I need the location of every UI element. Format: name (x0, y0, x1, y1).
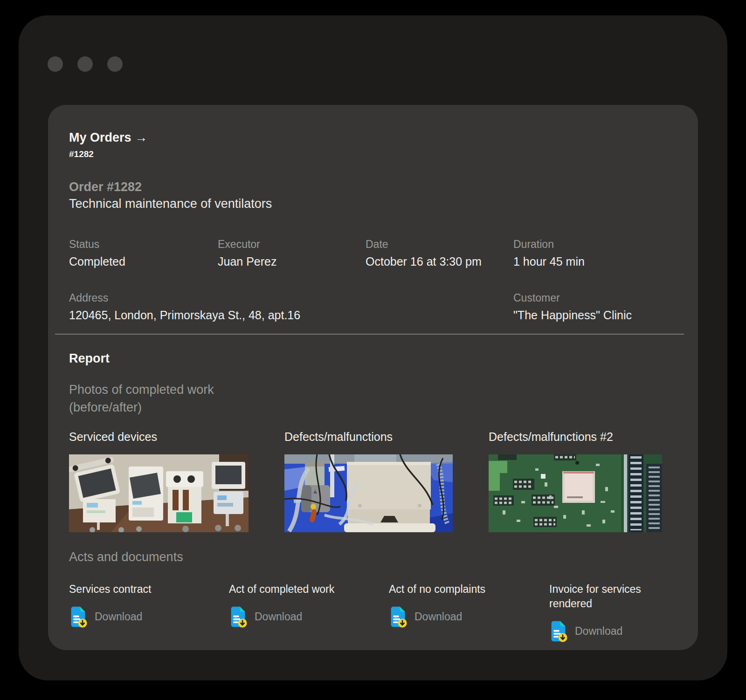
download-label: Download (575, 625, 622, 638)
field-label: Executor (218, 238, 366, 251)
download-button[interactable]: Download (549, 620, 622, 642)
photo-caption: Defects/malfunctions #2 (489, 430, 662, 444)
download-label: Download (414, 611, 462, 623)
photo-defects-malfunctions[interactable] (284, 454, 453, 532)
field-value: October 16 at 3:30 pm (366, 255, 513, 268)
breadcrumb-order-ref: #1282 (69, 149, 677, 159)
field-value: "The Happiness" Clinic (513, 309, 677, 322)
document-services-contract: Services contract Download (69, 582, 229, 642)
photos-note-line-2: (before/after) (69, 398, 677, 416)
field-label: Status (69, 238, 218, 251)
photo-caption: Defects/malfunctions (284, 430, 453, 444)
window-controls (48, 56, 123, 72)
report-heading: Report (69, 351, 677, 366)
photo-column: Defects/malfunctions (284, 430, 453, 532)
order-fields-row-2: Address 120465, London, Primorskaya St.,… (69, 292, 677, 322)
breadcrumb-my-orders[interactable]: My Orders → (69, 130, 147, 145)
document-download-icon (389, 606, 408, 628)
photo-column: Defects/malfunctions #2 (489, 430, 662, 532)
section-divider (55, 334, 684, 335)
field-value: Completed (69, 255, 218, 268)
download-button[interactable]: Download (389, 606, 462, 628)
documents-heading: Acts and documents (69, 550, 677, 564)
field-label: Customer (513, 292, 677, 304)
photo-defects-malfunctions-2[interactable] (489, 454, 662, 532)
download-button[interactable]: Download (69, 606, 142, 628)
document-title: Act of completed work (229, 582, 341, 597)
document-title: Act of no complaints (389, 582, 501, 597)
order-subtitle: Technical maintenance of ventilators (69, 197, 677, 211)
download-label: Download (255, 611, 302, 623)
photos-note-line-1: Photos of completed work (69, 381, 677, 398)
document-download-icon (69, 606, 88, 628)
field-status: Status Completed (69, 238, 218, 268)
documents-row: Services contract Download Act of co (69, 582, 677, 642)
field-label: Date (366, 238, 513, 251)
window-dot-icon[interactable] (77, 56, 93, 72)
photo-caption: Serviced devices (69, 430, 249, 444)
window-dot-icon[interactable] (48, 56, 63, 72)
field-value: Juan Perez (218, 255, 366, 268)
document-title: Invoice for services rendered (549, 582, 661, 611)
browser-window: My Orders → #1282 Order #1282 Technical … (19, 15, 727, 680)
order-title: Order #1282 (69, 180, 677, 194)
document-act-of-no-complaints: Act of no complaints Download (389, 582, 549, 642)
field-date: Date October 16 at 3:30 pm (366, 238, 513, 268)
document-title: Services contract (69, 582, 181, 597)
field-customer: Customer "The Happiness" Clinic (513, 292, 677, 322)
window-dot-icon[interactable] (107, 56, 123, 72)
document-download-icon (549, 620, 568, 642)
document-download-icon (229, 606, 248, 628)
photo-serviced-devices[interactable] (69, 454, 249, 532)
document-invoice-for-services: Invoice for services rendered Download (549, 582, 677, 642)
photo-column: Serviced devices (69, 430, 249, 532)
field-label: Duration (513, 238, 677, 251)
order-card: My Orders → #1282 Order #1282 Technical … (48, 105, 698, 650)
download-button[interactable]: Download (229, 606, 302, 628)
field-duration: Duration 1 hour 45 min (513, 238, 677, 268)
field-address: Address 120465, London, Primorskaya St.,… (69, 292, 513, 322)
document-act-of-completed-work: Act of completed work Download (229, 582, 389, 642)
field-value: 120465, London, Primorskaya St., 48, apt… (69, 309, 513, 322)
photos-note: Photos of completed work (before/after) (69, 381, 677, 416)
order-fields-row-1: Status Completed Executor Juan Perez Dat… (69, 238, 677, 268)
field-label: Address (69, 292, 513, 304)
field-value: 1 hour 45 min (513, 255, 677, 268)
photos-row: Serviced devices (69, 430, 677, 532)
field-executor: Executor Juan Perez (218, 238, 366, 268)
download-label: Download (95, 611, 142, 623)
